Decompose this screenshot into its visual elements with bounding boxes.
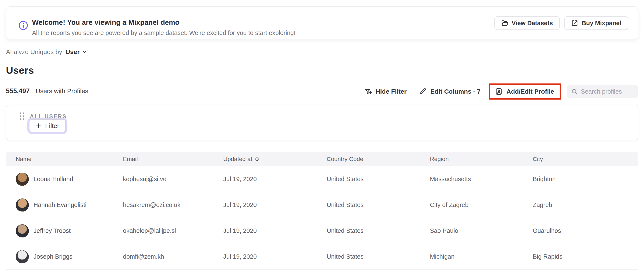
cell-updated-at: Jul 19, 2020 [214,244,317,270]
plus-icon [36,123,42,129]
cell-region: Massachusetts [420,166,523,192]
profiles-count-label: Users with Profiles [36,87,88,95]
info-icon [18,20,28,30]
avatar [16,224,29,238]
cell-city: Guarulhos [523,218,638,244]
column-header-updated-at[interactable]: Updated at [214,152,317,166]
banner-actions: View Datasets Buy Mixpanel [494,16,628,30]
cell-city: Brighton [523,166,638,192]
buy-mixpanel-button[interactable]: Buy Mixpanel [564,16,628,30]
cell-email: domfi@zem.kh [113,244,214,270]
cell-updated-at: Jul 19, 2020 [214,166,317,192]
buy-mixpanel-label: Buy Mixpanel [582,20,621,27]
folder-icon [501,19,508,27]
analyze-uniques-label: Analyze Uniques by [6,48,62,55]
profile-badge-icon [495,88,502,95]
demo-banner: Welcome! You are viewing a Mixpanel demo… [6,6,638,39]
cell-email: hesakrem@ezi.co.uk [113,192,214,218]
view-datasets-label: View Datasets [512,20,553,27]
users-table: Name Email Updated at Country Code Regio… [6,152,638,270]
cell-updated-at: Jul 19, 2020 [214,192,317,218]
analyze-by-dropdown[interactable]: User [66,48,87,55]
pencil-icon [419,88,426,95]
search-profiles-input[interactable] [581,88,634,95]
column-header-region[interactable]: Region [420,152,523,166]
cell-email: kephesaj@si.ve [113,166,214,192]
cell-region: City of Zagreb [420,192,523,218]
cell-name: Joseph Briggs [6,244,113,270]
cell-name: Hannah Evangelisti [6,192,113,218]
cell-name: Jeffrey Troost [6,218,113,244]
analyze-uniques-row: Analyze Uniques by User [6,48,87,55]
edit-columns-label: Edit Columns · 7 [430,88,480,95]
table-row[interactable]: Hannah Evangelisti hesakrem@ezi.co.uk Ju… [6,192,638,218]
chevron-down-icon [82,49,87,55]
add-edit-profile-label: Add/Edit Profile [506,88,554,95]
cell-country-code: United States [317,166,420,192]
drag-handle-icon[interactable] [20,112,24,120]
profiles-count: 555,497 [6,87,30,95]
avatar [16,250,29,263]
filter-panel: ALL USERS Filter [6,105,638,140]
analyze-by-value: User [66,48,80,55]
cell-country-code: United States [317,218,420,244]
add-filter-button[interactable]: Filter [29,119,66,132]
table-header-row: Name Email Updated at Country Code Regio… [6,152,638,166]
avatar [16,199,29,212]
hide-filter-button[interactable]: Hide Filter [364,88,407,95]
view-datasets-button[interactable]: View Datasets [494,16,560,30]
column-header-email[interactable]: Email [113,152,214,166]
banner-title: Welcome! You are viewing a Mixpanel demo [32,18,296,26]
cell-city: Zagreb [523,192,638,218]
column-header-name[interactable]: Name [6,152,113,166]
add-edit-profile-button[interactable]: Add/Edit Profile [495,88,554,95]
cell-updated-at: Jul 19, 2020 [214,218,317,244]
sort-icon [255,156,259,162]
table-row[interactable]: Jeffrey Troost okahelop@lalijpe.sl Jul 1… [6,218,638,244]
avatar [16,173,29,186]
cell-region: Sao Paulo [420,218,523,244]
edit-columns-button[interactable]: Edit Columns · 7 [419,88,480,95]
table-toolbar: Hide Filter Edit Columns · 7 Add/Edit Pr… [364,83,638,100]
search-icon [571,88,578,95]
cell-region: Michigan [420,244,523,270]
profiles-count-row: 555,497 Users with Profiles [6,87,88,95]
annotation-highlight-box: Add/Edit Profile [489,83,561,100]
banner-text: Welcome! You are viewing a Mixpanel demo… [32,18,296,36]
hide-filter-label: Hide Filter [376,88,407,95]
cell-country-code: United States [317,192,420,218]
cell-city: Big Rapids [523,244,638,270]
search-profiles-box[interactable] [567,85,638,98]
users-page: Welcome! You are viewing a Mixpanel demo… [0,0,644,272]
cell-email: okahelop@lalijpe.sl [113,218,214,244]
column-header-city[interactable]: City [523,152,638,166]
filter-button-focus-ring: Filter [27,118,68,134]
table-row[interactable]: Joseph Briggs domfi@zem.kh Jul 19, 2020 … [6,244,638,270]
cell-name: Leona Holland [6,166,113,192]
banner-subtitle: All the reports you see are powered by a… [32,29,296,36]
column-header-country-code[interactable]: Country Code [317,152,420,166]
cell-country-code: United States [317,244,420,270]
external-link-icon [571,19,578,27]
page-title: Users [6,64,34,76]
add-filter-label: Filter [45,122,59,129]
table-row[interactable]: Leona Holland kephesaj@si.ve Jul 19, 202… [6,166,638,192]
filter-icon [364,88,372,95]
